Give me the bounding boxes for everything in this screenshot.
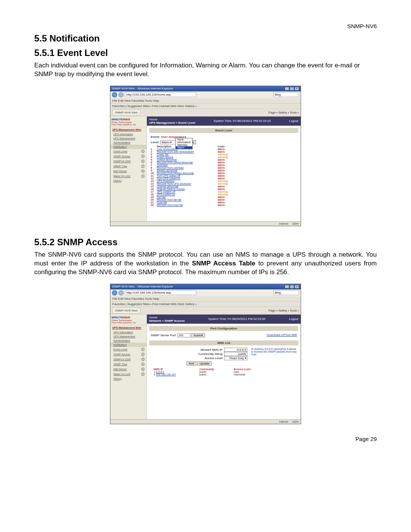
sidebar-item[interactable]: UPS Management — [110, 136, 147, 141]
nms-ip-link[interactable]: 0.0.0.0 — [156, 371, 164, 373]
ie-favorites-bar[interactable]: Favorites | Suggested Sites • Free Hotma… — [110, 104, 301, 109]
dropdown-option[interactable]: None — [176, 138, 192, 141]
home-link[interactable]: Home — [149, 118, 157, 121]
nms-ip-link[interactable]: 192.168.168.157 — [156, 373, 176, 376]
sidebar-item[interactable]: History — [110, 179, 147, 183]
community-input[interactable]: public — [224, 352, 247, 356]
table-row: 9Bypass abnormalalarm — [151, 169, 297, 172]
radio-icon[interactable] — [141, 372, 145, 376]
level-dropdown-open[interactable]: NoneInformationWarningAlarm — [175, 138, 193, 149]
window-buttons[interactable]: _□× — [284, 285, 299, 289]
port-input[interactable]: 161 — [177, 333, 190, 337]
sidebar-item[interactable]: Mail Server — [110, 367, 147, 372]
dropdown-option[interactable]: Information — [176, 141, 192, 144]
radio-icon[interactable] — [141, 348, 145, 351]
ie-menubar[interactable]: File Edit View Favorites Tools Help — [110, 296, 301, 302]
event-link[interactable]: Charger back to normal — [157, 188, 218, 190]
event-link[interactable]: Power fail — [157, 153, 218, 156]
event-link[interactable]: Recover from fan fail — [157, 198, 218, 201]
event-link[interactable]: Recover from overload — [157, 166, 218, 169]
ie-page-tools[interactable]: Page • Safety • Tools • — [269, 111, 299, 114]
radio-icon[interactable] — [141, 150, 145, 153]
forward-button-icon[interactable] — [118, 92, 124, 97]
url-input[interactable]: http://192.168.168.226/home.asp — [125, 290, 196, 295]
event-link[interactable]: Power restore — [157, 156, 218, 158]
sidebar-item[interactable]: Wake On LAN — [110, 372, 147, 377]
event-link[interactable]: Recover from output abnormal — [157, 161, 218, 164]
event-link[interactable]: Recover from over temperature — [157, 150, 218, 153]
sidebar-item[interactable]: UPS Management — [110, 334, 147, 339]
event-link[interactable]: Fan fail — [157, 196, 218, 198]
dropdown-option[interactable]: Warning — [176, 144, 192, 146]
event-link[interactable]: UPS shutdown — [157, 180, 218, 182]
sidebar-item[interactable]: SNMP Trap — [110, 362, 147, 367]
event-link[interactable]: Turn UPS output on — [157, 177, 218, 180]
sidebar-item[interactable]: UPS Information — [110, 330, 147, 334]
sidebar-item[interactable]: Notification — [110, 343, 147, 347]
radio-icon[interactable] — [141, 363, 145, 366]
sidebar-item[interactable]: Event Level — [110, 149, 147, 154]
sidebar-item[interactable]: SNMPv3 USM — [110, 357, 147, 362]
event-link[interactable]: Recover from bypass abnormal — [157, 172, 218, 174]
update-button[interactable]: Update — [197, 361, 212, 366]
sidebar-item[interactable]: Administration — [110, 141, 147, 145]
event-link[interactable]: Turn UPS output off — [157, 174, 218, 177]
download-mib-link[interactable]: Download UPSv4 MIB — [267, 333, 297, 337]
browser-tab[interactable]: SNMP-NV6 Web — [112, 110, 140, 115]
sidebar-item[interactable]: Event Level — [110, 347, 147, 352]
search-input[interactable]: Bing — [273, 92, 299, 97]
sidebar-item[interactable]: Wake On LAN — [110, 174, 147, 179]
forward-button-icon[interactable] — [118, 290, 124, 296]
search-input[interactable]: Bing — [273, 290, 299, 295]
radio-icon[interactable] — [141, 353, 145, 356]
event-link[interactable]: Charger abnormal — [157, 185, 218, 188]
event-link[interactable]: Recover from fuse fail — [157, 204, 218, 206]
sidebar-item[interactable]: SNMP Access — [110, 352, 147, 357]
submit-button[interactable]: Submit — [191, 333, 205, 337]
sidebar-item[interactable]: SNMP Trap — [110, 164, 147, 169]
sidebar-item[interactable]: History — [110, 377, 147, 381]
radio-icon[interactable] — [141, 174, 145, 178]
sidebar-item[interactable]: Mail Server — [110, 169, 147, 174]
logout-link[interactable]: Logout — [289, 119, 298, 123]
window-buttons[interactable]: _□× — [284, 87, 299, 91]
table-row: 10Recover from bypass abnormalalarm — [151, 172, 297, 174]
table-row: 8Recover from overloadalarm — [151, 166, 297, 169]
event-link[interactable]: Bypass abnormal — [157, 169, 218, 172]
sidebar-item[interactable]: SNMP Access — [110, 154, 147, 159]
ie-page-tools[interactable]: Page • Safety • Tools • — [269, 309, 299, 312]
logout-link[interactable]: Logout — [289, 317, 298, 321]
event-link[interactable]: UPS system off — [157, 190, 218, 193]
table-row: 3Power failwarning — [151, 153, 297, 156]
radio-icon[interactable] — [141, 169, 145, 173]
url-input[interactable]: http://192.168.168.226/home.asp — [125, 92, 196, 97]
radio-icon[interactable] — [141, 367, 145, 371]
sidebar-item[interactable]: Notification — [110, 145, 147, 149]
dropdown-option[interactable]: Alarm — [176, 146, 192, 149]
sidebar-item[interactable]: Administration — [110, 339, 147, 343]
event-link[interactable]: Fuse fail — [157, 201, 218, 204]
sidebar-item[interactable]: UPS Information — [110, 132, 147, 136]
window-title: SNMP-NV6 Web - Windows Internet Explorer — [112, 285, 173, 289]
event-link[interactable]: Recover from UPS shutdown — [157, 182, 218, 185]
table-row: 12Turn UPS output onalarm — [151, 177, 297, 180]
ie-menubar[interactable]: File Edit View Favorites Tools Help — [110, 98, 301, 104]
back-button-icon[interactable] — [112, 290, 117, 296]
add-button[interactable]: Add — [186, 361, 196, 366]
event-link[interactable]: UPS system on — [157, 193, 218, 196]
event-link[interactable]: Output abnormal — [157, 158, 218, 161]
section-title-nms: NMS List — [149, 340, 298, 345]
sidebar-item[interactable]: SNMPv3 USM — [110, 159, 147, 164]
heading-event-level: 5.5.1 Event Level — [34, 48, 377, 58]
radio-icon[interactable] — [141, 155, 145, 158]
ie-favorites-bar[interactable]: Favorites | Suggested Sites • Free Hotma… — [110, 302, 301, 307]
browser-tab[interactable]: SNMP-NV6 Web — [112, 308, 140, 313]
allowed-ip-input[interactable]: 0.0.0.0 — [224, 348, 247, 352]
back-button-icon[interactable] — [112, 92, 117, 97]
radio-icon[interactable] — [141, 160, 145, 163]
event-link[interactable]: Overload — [157, 164, 218, 166]
home-link[interactable]: Home — [149, 316, 157, 319]
access-select[interactable]: Read Only ▾ — [224, 356, 247, 360]
radio-icon[interactable] — [141, 165, 145, 168]
radio-icon[interactable] — [141, 358, 145, 361]
